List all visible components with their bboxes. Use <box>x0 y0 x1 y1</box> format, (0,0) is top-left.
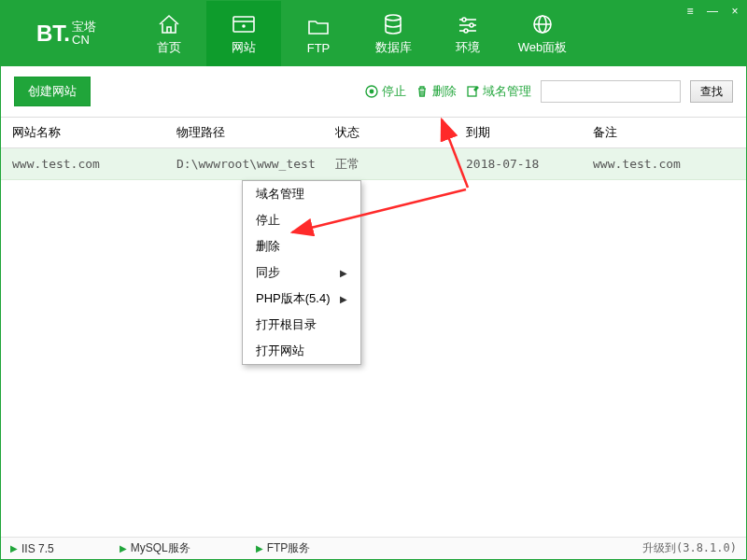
logo-dot: . <box>63 21 70 46</box>
nav-webpanel-label: Web面板 <box>518 39 568 56</box>
nav-webpanel[interactable]: Web面板 <box>505 1 580 66</box>
window-close-button[interactable]: × <box>724 3 746 20</box>
col-header-status[interactable]: 状态 <box>324 124 455 141</box>
stop-icon <box>365 85 378 98</box>
svg-point-9 <box>464 29 468 33</box>
search-input[interactable] <box>541 80 681 103</box>
status-ftp[interactable]: ▶FTP服务 <box>256 540 311 556</box>
svg-point-2 <box>243 25 245 27</box>
top-nav: 首页 网站 FTP 数据库 环境 <box>132 1 580 66</box>
home-icon <box>157 11 181 37</box>
top-bar: BT. 宝塔 CN 首页 网站 FTP <box>1 1 746 66</box>
nav-site[interactable]: 网站 <box>206 1 281 66</box>
ctx-sync[interactable]: 同步▶ <box>243 259 360 286</box>
domain-manage-button[interactable]: 域名管理 <box>466 83 531 100</box>
chevron-right-icon: ▶ <box>340 268 347 278</box>
window-menu-button[interactable]: ≡ <box>679 3 701 20</box>
nav-ftp-label: FTP <box>307 41 331 55</box>
svg-point-3 <box>386 15 401 21</box>
nav-home-label: 首页 <box>157 39 181 56</box>
cell-status: 正常 <box>324 156 455 173</box>
sliders-icon <box>457 11 479 37</box>
cell-name: www.test.com <box>1 157 165 171</box>
chevron-right-icon: ▶ <box>340 294 347 304</box>
svg-point-14 <box>370 90 374 94</box>
site-table: 网站名称 物理路径 状态 到期 备注 www.test.com D:\wwwro… <box>1 117 746 180</box>
globe-icon <box>531 11 554 37</box>
svg-rect-0 <box>233 17 254 32</box>
folder-icon <box>306 13 331 39</box>
logo-bt: BT <box>36 21 63 46</box>
svg-point-7 <box>462 18 466 21</box>
stop-label: 停止 <box>382 83 406 100</box>
logo-cn-top: 宝塔 <box>72 21 96 34</box>
window-minimize-button[interactable]: — <box>701 3 724 20</box>
status-mysql[interactable]: ▶MySQL服务 <box>120 540 190 556</box>
table-header: 网站名称 物理路径 状态 到期 备注 <box>1 117 746 148</box>
version-label[interactable]: 升级到(3.8.1.0) <box>642 540 737 556</box>
status-bar: ▶IIS 7.5 ▶MySQL服务 ▶FTP服务 升级到(3.8.1.0) <box>1 537 746 559</box>
col-header-note[interactable]: 备注 <box>582 124 746 141</box>
nav-site-label: 网站 <box>232 39 256 56</box>
edit-icon <box>466 85 479 98</box>
play-icon: ▶ <box>256 543 263 553</box>
cell-expire: 2018-07-18 <box>455 157 582 171</box>
play-icon: ▶ <box>120 543 127 553</box>
play-icon: ▶ <box>10 543 18 553</box>
search-button[interactable]: 查找 <box>690 80 733 103</box>
table-row[interactable]: www.test.com D:\wwwroot\www_test 正常 2018… <box>1 148 746 180</box>
database-icon <box>383 11 403 37</box>
col-header-name[interactable]: 网站名称 <box>1 124 165 141</box>
stop-button[interactable]: 停止 <box>365 83 406 100</box>
nav-ftp[interactable]: FTP <box>281 1 356 66</box>
ctx-stop[interactable]: 停止 <box>243 207 360 233</box>
col-header-path[interactable]: 物理路径 <box>165 124 324 141</box>
nav-env[interactable]: 环境 <box>430 1 505 66</box>
delete-button[interactable]: 删除 <box>416 83 457 100</box>
delete-label: 删除 <box>432 83 457 100</box>
site-icon <box>231 11 257 37</box>
ctx-open-root[interactable]: 打开根目录 <box>243 312 360 338</box>
nav-db[interactable]: 数据库 <box>356 1 430 66</box>
context-menu: 域名管理 停止 删除 同步▶ PHP版本(5.4)▶ 打开根目录 打开网站 <box>242 180 361 365</box>
cell-path: D:\wwwroot\www_test <box>165 157 324 171</box>
trash-icon <box>416 85 429 98</box>
create-site-button[interactable]: 创建网站 <box>14 77 91 106</box>
status-iis[interactable]: ▶IIS 7.5 <box>10 542 54 555</box>
svg-point-8 <box>470 23 473 27</box>
logo-cn-bot: CN <box>72 34 96 47</box>
logo: BT. 宝塔 CN <box>1 1 132 66</box>
nav-home[interactable]: 首页 <box>132 1 206 66</box>
ctx-domain-manage[interactable]: 域名管理 <box>243 181 360 207</box>
toolbar: 创建网站 停止 删除 域名管理 查找 <box>1 66 746 117</box>
ctx-delete[interactable]: 删除 <box>243 233 360 259</box>
cell-note: www.test.com <box>582 157 746 171</box>
nav-env-label: 环境 <box>456 39 480 56</box>
col-header-expire[interactable]: 到期 <box>455 124 582 141</box>
nav-db-label: 数据库 <box>375 39 412 56</box>
ctx-open-site[interactable]: 打开网站 <box>243 338 360 364</box>
ctx-php-version[interactable]: PHP版本(5.4)▶ <box>243 286 360 312</box>
domain-manage-label: 域名管理 <box>483 83 531 100</box>
